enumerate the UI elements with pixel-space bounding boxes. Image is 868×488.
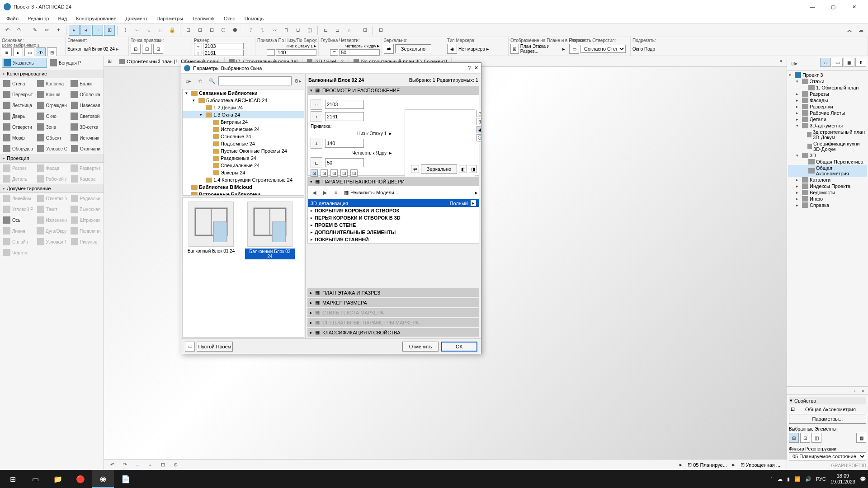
start-button[interactable]: ⊞ <box>2 470 24 488</box>
tool-перекрыт[interactable]: Перекрыт <box>2 90 34 99</box>
cursor-mode-1[interactable]: ▸ <box>69 25 80 36</box>
tool-балка[interactable]: Балка <box>69 79 102 88</box>
tray-up-icon[interactable]: ˄ <box>770 476 773 482</box>
dlg-height-input[interactable] <box>325 112 364 121</box>
section-projection[interactable]: Проекция <box>0 154 104 163</box>
inject-button[interactable]: ✏ <box>41 25 52 36</box>
tool-колонна[interactable]: Колонна <box>36 79 68 88</box>
nav-item[interactable]: ▸Рабочие Листы <box>788 110 867 116</box>
archicad-button[interactable]: ◉ <box>92 470 114 488</box>
menu-options[interactable]: Параметры <box>152 14 188 23</box>
props-params-btn[interactable]: Параметры... <box>789 414 866 424</box>
section-marker-special[interactable]: ▦СПЕЦИАЛЬНЫЕ ПАРАМЕТРЫ МАРКЕРА <box>307 318 479 327</box>
nav-popup-icon[interactable]: ⊡▸ <box>789 58 800 69</box>
cursor-mode-4[interactable]: ⊞ <box>104 25 115 36</box>
lib-tree-item[interactable]: Специальные 24 <box>183 162 304 169</box>
menu-file[interactable]: Файл <box>2 14 23 23</box>
flip-1[interactable]: ⊡ <box>311 169 318 177</box>
nav-item[interactable]: 1. Обмерный план <box>788 84 867 91</box>
lib-tree-item[interactable]: ▾Библиотека ARCHICAD 24 <box>183 97 304 104</box>
tabs-more-icon[interactable]: ▾ <box>776 56 787 67</box>
dialog-close-button[interactable]: ✕ <box>474 65 478 71</box>
hole-icon[interactable]: ▭ <box>569 44 579 54</box>
nav-item[interactable]: ▸Детали <box>788 116 867 122</box>
flip-2[interactable]: ⊡ <box>321 169 328 177</box>
cancel-button[interactable]: Отменить <box>402 342 439 352</box>
dlg-anchor-ref[interactable]: Низ к Этажу 1 <box>357 131 387 136</box>
nav-item[interactable]: ▸Ведомости <box>788 189 867 196</box>
detail-3d-row[interactable]: 3D-детализация Полный▸ <box>308 199 479 207</box>
tool-источник[interactable]: Источник <box>69 133 102 142</box>
tb-icon-16[interactable]: ⊡ <box>375 25 386 36</box>
section-marker-text[interactable]: ▦СТИЛЬ ТЕКСТА МАРКЕРА <box>307 308 479 317</box>
tray-volume-icon[interactable]: 🔊 <box>805 476 811 482</box>
section-plan[interactable]: ▦ПЛАН ЭТАЖА И РАЗРЕЗ <box>307 288 479 297</box>
nav-item[interactable]: ▾3D-документы <box>788 122 867 129</box>
tool-оболочка[interactable]: Оболочка <box>69 90 102 99</box>
grid-button[interactable]: ⊹ <box>120 25 131 36</box>
nav-item[interactable]: ▸Разрезы <box>788 91 867 97</box>
menu-edit[interactable]: Редактор <box>23 14 53 23</box>
tb-icon-9[interactable]: ⊓ <box>281 25 292 36</box>
library-preview[interactable]: Балконный Блок 02 24 <box>245 202 295 259</box>
section-documentation[interactable]: Документирование <box>0 184 104 193</box>
nav-item[interactable]: ▾3D <box>788 152 867 159</box>
dlg-fav-icon[interactable]: ☆ <box>195 75 206 86</box>
flip-3[interactable]: ⊡ <box>330 169 338 177</box>
lib-tree-item[interactable]: 1.4 Конструкции Строительные 24 <box>183 176 304 183</box>
subsection[interactable]: ПЕРЬЯ КОРОБКИ И СТВОРОК В 3D <box>308 214 479 221</box>
mirror-btn[interactable]: Зеркально <box>395 44 431 53</box>
props-btn-4[interactable]: ▦ <box>856 433 866 443</box>
tb-icon-15[interactable]: ⊞ <box>359 25 370 36</box>
tool-объект[interactable]: Объект <box>36 133 68 142</box>
eyedrop-button[interactable]: ✎ <box>29 25 40 36</box>
tool-ось[interactable]: Ось <box>2 216 34 225</box>
zoom-out-icon[interactable]: − <box>132 460 143 470</box>
nav-item[interactable]: ▸Справка <box>788 202 867 208</box>
section-preview-pos[interactable]: ▦ПРОСМОТР И РАСПОЛОЖЕНИЕ <box>307 86 479 94</box>
subsection[interactable]: ДОПОЛНИТЕЛЬНЫЕ ЭЛЕМЕНТЫ <box>308 229 479 236</box>
prev-mode-2[interactable]: ⊞ <box>476 118 481 125</box>
props-btn-3[interactable]: ◫ <box>811 433 821 443</box>
tb-icon-4[interactable]: ⬡ <box>218 25 229 36</box>
nav-item[interactable]: ▸Каталоги <box>788 177 867 183</box>
cursor-mode-3[interactable]: ⟋ <box>92 25 103 36</box>
section-design[interactable]: Конструирование <box>0 70 104 78</box>
maximize-button[interactable]: ▢ <box>823 0 844 14</box>
explorer-button[interactable]: 📁 <box>47 470 69 488</box>
subsection[interactable]: ПРОЕМ В СТЕНЕ <box>308 221 479 229</box>
ok-button[interactable]: OK <box>441 342 477 352</box>
nav-tab-project[interactable]: ⌂ <box>820 58 831 67</box>
prev-mode-1[interactable]: ⊡ <box>476 110 481 117</box>
tool-зона[interactable]: Зона <box>36 122 68 131</box>
nav-del-icon[interactable]: × <box>859 388 867 394</box>
width-input[interactable] <box>203 43 244 49</box>
anchor-3[interactable]: ⊡ <box>153 44 163 54</box>
cloud-icon[interactable]: ☁ <box>855 25 866 36</box>
lock-button[interactable]: 🔒 <box>167 25 178 36</box>
nav-item[interactable]: Общая Перспектива <box>788 159 867 165</box>
menu-window[interactable]: Окно <box>219 14 240 23</box>
nav-new-icon[interactable]: + <box>851 388 859 394</box>
nav-item[interactable]: 3д строительный план 3D-Докум <box>788 129 867 141</box>
tb-icon-10[interactable]: ⊔ <box>292 25 303 36</box>
graphisoft-id[interactable]: GRAPHISOFT ID <box>789 463 866 468</box>
undo-button[interactable]: ↶ <box>2 25 13 36</box>
zoom-100-icon[interactable]: ⊙ <box>170 460 181 470</box>
nav-item[interactable]: ▸Индексы Проекта <box>788 183 867 189</box>
tool-стена[interactable]: Стена <box>2 79 34 88</box>
dialog-help-button[interactable]: ? <box>468 65 471 71</box>
plan-icon[interactable]: ⊞ <box>510 44 519 54</box>
menu-document[interactable]: Документ <box>121 14 152 23</box>
zoom-prev-icon[interactable]: ↶ <box>107 460 118 470</box>
dlg-quarter-input[interactable] <box>325 158 364 167</box>
zoom-next-icon[interactable]: ↷ <box>119 460 130 470</box>
lib-tree-item[interactable]: Библиотеки BIMcloud <box>183 183 304 191</box>
cursor-mode-2[interactable]: ◂ <box>80 25 91 36</box>
nav-root[interactable]: ▾Проект 3 <box>788 72 867 78</box>
anchor-2[interactable]: ⊡ <box>142 44 152 54</box>
tb-icon-7[interactable]: ⤵ <box>257 25 268 36</box>
menu-help[interactable]: Помощь <box>240 14 269 23</box>
library-search-input[interactable] <box>218 76 292 85</box>
browser-button[interactable]: 🔴 <box>70 470 91 488</box>
